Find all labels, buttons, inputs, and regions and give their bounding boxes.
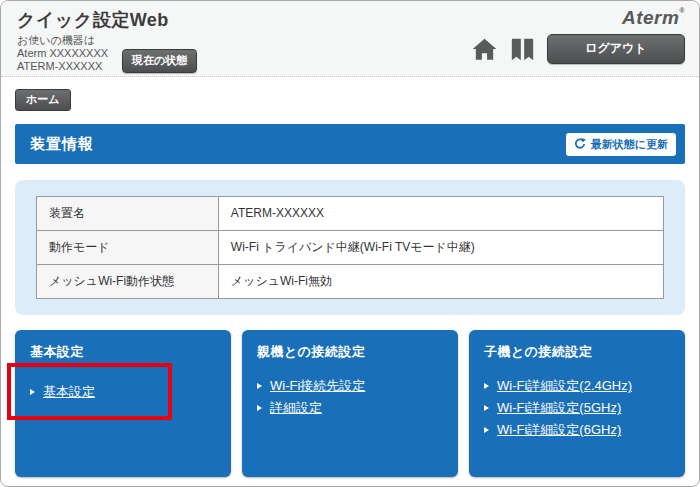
triangle-icon (484, 383, 489, 389)
row-value: メッシュWi-Fi無効 (218, 265, 663, 299)
refresh-button-label: 最新状態に更新 (591, 137, 668, 152)
home-button[interactable]: ホーム (15, 89, 71, 111)
list-item: 詳細設定 (257, 399, 443, 417)
triangle-icon (257, 383, 262, 389)
logout-button[interactable]: ログアウト (547, 34, 685, 64)
device-model-text: Aterm XXXXXXXX (17, 47, 108, 60)
app-header: クイック設定Web お使いの機器は Aterm XXXXXXXX ATERM-X… (1, 1, 699, 77)
list-item: 基本設定 (30, 383, 216, 401)
device-name-text: ATERM-XXXXXX (17, 60, 108, 73)
home-icon[interactable] (471, 36, 498, 63)
registered-mark: ® (679, 7, 685, 14)
list-item: Wi-Fi接続先設定 (257, 377, 443, 395)
link-basic-settings[interactable]: 基本設定 (43, 383, 95, 401)
header-actions: ログアウト (471, 34, 685, 64)
link-wifi-destination-settings[interactable]: Wi-Fi接続先設定 (270, 377, 365, 395)
link-detail-settings[interactable]: 詳細設定 (270, 399, 322, 417)
device-info: お使いの機器は Aterm XXXXXXXX ATERM-XXXXXX (17, 34, 108, 73)
refresh-icon (574, 138, 586, 150)
list-item: Wi-Fi詳細設定(6GHz) (484, 421, 670, 439)
row-label: メッシュWi-Fi動作状態 (37, 265, 219, 299)
book-icon[interactable] (509, 36, 536, 63)
link-wifi-detail-24ghz[interactable]: Wi-Fi詳細設定(2.4GHz) (497, 377, 632, 395)
device-info-section-header: 装置情報 最新状態に更新 (15, 124, 685, 164)
panel-title: 親機との接続設定 (257, 343, 443, 361)
triangle-icon (484, 427, 489, 433)
panel-child-connection: 子機との接続設定 Wi-Fi詳細設定(2.4GHz) Wi-Fi詳細設定(5GH… (469, 330, 685, 477)
panel-parent-connection: 親機との接続設定 Wi-Fi接続先設定 詳細設定 (242, 330, 458, 477)
device-info-panel: 装置名 ATERM-XXXXXX 動作モード Wi-Fi トライバンド中継(Wi… (15, 180, 685, 315)
triangle-icon (30, 389, 35, 395)
current-status-button[interactable]: 現在の状態 (122, 49, 197, 73)
row-label: 装置名 (37, 197, 219, 231)
row-label: 動作モード (37, 231, 219, 265)
device-info-table: 装置名 ATERM-XXXXXX 動作モード Wi-Fi トライバンド中継(Wi… (36, 196, 664, 299)
row-value: ATERM-XXXXXX (218, 197, 663, 231)
table-row: 装置名 ATERM-XXXXXX (37, 197, 664, 231)
header-right: Aterm® ログアウト (471, 7, 685, 64)
triangle-icon (257, 405, 262, 411)
triangle-icon (484, 405, 489, 411)
section-title: 装置情報 (30, 135, 94, 154)
link-wifi-detail-6ghz[interactable]: Wi-Fi詳細設定(6GHz) (497, 421, 621, 439)
row-value: Wi-Fi トライバンド中継(Wi-Fi TVモード中継) (218, 231, 663, 265)
device-intro-text: お使いの機器は (17, 34, 108, 47)
quick-setup-page: クイック設定Web お使いの機器は Aterm XXXXXXXX ATERM-X… (0, 0, 700, 487)
table-row: 動作モード Wi-Fi トライバンド中継(Wi-Fi TVモード中継) (37, 231, 664, 265)
list-item: Wi-Fi詳細設定(2.4GHz) (484, 377, 670, 395)
panel-title: 基本設定 (30, 343, 216, 361)
list-item: Wi-Fi詳細設定(5GHz) (484, 399, 670, 417)
link-wifi-detail-5ghz[interactable]: Wi-Fi詳細設定(5GHz) (497, 399, 621, 417)
panel-basic-settings: 基本設定 基本設定 (15, 330, 231, 477)
main-content: ホーム 装置情報 最新状態に更新 装置名 ATERM-XXXXXX (1, 77, 699, 477)
panel-title: 子機との接続設定 (484, 343, 670, 361)
table-row: メッシュWi-Fi動作状態 メッシュWi-Fi無効 (37, 265, 664, 299)
settings-panels: 基本設定 基本設定 親機との接続設定 Wi-Fi接続先設定 (15, 330, 685, 477)
refresh-button[interactable]: 最新状態に更新 (566, 133, 676, 156)
aterm-logo: Aterm® (471, 7, 685, 29)
